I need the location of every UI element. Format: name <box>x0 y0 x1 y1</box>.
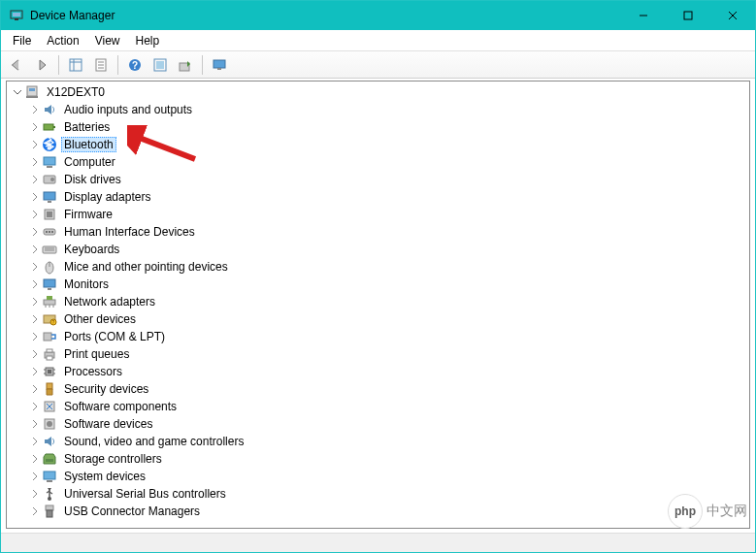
tree-item-label[interactable]: Human Interface Devices <box>61 224 198 240</box>
expander-icon[interactable] <box>28 103 42 116</box>
menu-view[interactable]: View <box>87 32 128 49</box>
tree-item-label[interactable]: Print queues <box>61 346 132 362</box>
device-tree-panel[interactable]: X12DEXT0 Audio inputs and outputsBatteri… <box>6 81 750 529</box>
update-driver-button[interactable] <box>174 53 197 77</box>
tree-item[interactable]: Computer <box>28 153 749 171</box>
tree-item[interactable]: Network adapters <box>28 293 749 310</box>
expander-icon[interactable] <box>28 208 42 221</box>
svg-rect-44 <box>44 279 55 287</box>
expander-icon[interactable] <box>28 260 42 274</box>
tree-item[interactable]: Firmware <box>28 206 749 223</box>
menu-help[interactable]: Help <box>128 32 168 49</box>
tree-item-label[interactable]: Bluetooth <box>61 137 116 152</box>
tree-item-label[interactable]: Network adapters <box>61 294 158 309</box>
tree-item-label[interactable]: Storage controllers <box>61 451 165 467</box>
tree-item[interactable]: Batteries <box>28 118 749 136</box>
tree-item[interactable]: Sound, video and game controllers <box>28 433 749 450</box>
svg-rect-24 <box>44 124 53 130</box>
expander-icon[interactable] <box>28 382 42 396</box>
expander-icon[interactable] <box>28 504 42 518</box>
expander-icon[interactable] <box>28 347 42 361</box>
tree-item[interactable]: Display adapters <box>28 188 749 206</box>
tree-item[interactable]: Human Interface Devices <box>28 223 749 241</box>
tree-item[interactable]: Monitors <box>28 276 749 293</box>
tree-item-label[interactable]: Universal Serial Bus controllers <box>61 486 229 502</box>
help-button[interactable]: ? <box>123 53 147 77</box>
close-button[interactable] <box>710 1 755 30</box>
tree-root-node[interactable]: X12DEXT0 <box>11 83 749 101</box>
tree-item[interactable]: ?Other devices <box>28 310 749 328</box>
expander-icon[interactable] <box>28 487 42 501</box>
tree-item-label[interactable]: Audio inputs and outputs <box>61 102 195 117</box>
tree-item-label[interactable]: Mice and other pointing devices <box>61 259 231 275</box>
expander-icon[interactable] <box>28 452 42 466</box>
expander-icon[interactable] <box>28 435 42 448</box>
expander-icon[interactable] <box>28 365 42 378</box>
tree-item-label[interactable]: Keyboards <box>61 242 122 257</box>
forward-button[interactable] <box>30 53 53 77</box>
svg-rect-32 <box>48 201 51 203</box>
tree-item-label[interactable]: Processors <box>61 364 125 379</box>
tree-item-label[interactable]: Software components <box>61 399 180 414</box>
tree-item-label[interactable]: Ports (COM & LPT) <box>61 329 168 344</box>
expander-icon[interactable] <box>28 243 42 256</box>
tree-item-label[interactable]: System devices <box>61 469 148 484</box>
tree-item[interactable]: Storage controllers <box>28 450 749 468</box>
expander-icon[interactable] <box>28 120 42 134</box>
expander-icon[interactable] <box>28 312 42 326</box>
tree-item-label[interactable]: Disk drives <box>61 172 124 187</box>
expander-icon[interactable] <box>28 417 42 431</box>
tree-item-label[interactable]: Other devices <box>61 311 139 327</box>
menu-action[interactable]: Action <box>39 32 86 49</box>
expander-icon[interactable] <box>28 470 42 483</box>
svg-rect-19 <box>214 60 225 68</box>
tree-item[interactable]: Print queues <box>28 345 749 363</box>
expander-icon[interactable] <box>28 173 42 186</box>
tree-item[interactable]: USB Connector Managers <box>28 503 749 520</box>
tree-item[interactable]: Processors <box>28 363 749 380</box>
tree-item[interactable]: Audio inputs and outputs <box>28 101 749 118</box>
tree-item-label[interactable]: Firmware <box>61 207 115 222</box>
menu-file[interactable]: File <box>5 32 39 49</box>
expander-icon[interactable] <box>28 295 42 309</box>
scan-button[interactable] <box>148 53 172 77</box>
tree-item[interactable]: Bluetooth <box>28 136 749 153</box>
maximize-button[interactable] <box>666 1 710 30</box>
tree-item[interactable]: Ports (COM & LPT) <box>28 328 749 345</box>
sound-icon <box>42 434 57 449</box>
tree-item-label[interactable]: Computer <box>61 154 118 170</box>
tree-item[interactable]: Mice and other pointing devices <box>28 258 749 276</box>
tree-item[interactable]: Security devices <box>28 380 749 398</box>
expander-icon[interactable] <box>28 155 42 169</box>
expander-icon[interactable] <box>11 85 24 99</box>
expander-icon[interactable] <box>28 330 42 343</box>
expander-icon[interactable] <box>28 190 42 204</box>
tree-item-label[interactable]: Display adapters <box>61 189 153 205</box>
expander-icon[interactable] <box>28 277 42 291</box>
other-icon: ? <box>42 311 57 327</box>
tree-item[interactable]: Keyboards <box>28 241 749 258</box>
properties-button[interactable] <box>89 53 113 77</box>
printer-icon <box>42 346 57 362</box>
tree-item-label[interactable]: Security devices <box>61 381 151 397</box>
minimize-button[interactable] <box>621 1 666 30</box>
monitor-button[interactable] <box>208 53 231 77</box>
tree-item-label[interactable]: Software devices <box>61 416 155 432</box>
expander-icon[interactable] <box>28 400 42 413</box>
tree-item[interactable]: Disk drives <box>28 171 749 188</box>
tree-item[interactable]: Software components <box>28 398 749 415</box>
back-button[interactable] <box>5 53 28 77</box>
tree-item-label[interactable]: Sound, video and game controllers <box>61 434 247 449</box>
tree-item[interactable]: Software devices <box>28 415 749 433</box>
tree-item[interactable]: System devices <box>28 468 749 485</box>
root-label[interactable]: X12DEXT0 <box>44 84 108 100</box>
tree-item-label[interactable]: Batteries <box>61 119 113 135</box>
show-hide-tree-button[interactable] <box>64 53 87 77</box>
tree-item-label[interactable]: USB Connector Managers <box>61 504 203 519</box>
security-icon <box>42 381 57 397</box>
svg-rect-73 <box>47 510 52 517</box>
expander-icon[interactable] <box>28 138 42 151</box>
expander-icon[interactable] <box>28 225 42 239</box>
tree-item[interactable]: Universal Serial Bus controllers <box>28 485 749 503</box>
tree-item-label[interactable]: Monitors <box>61 276 112 292</box>
